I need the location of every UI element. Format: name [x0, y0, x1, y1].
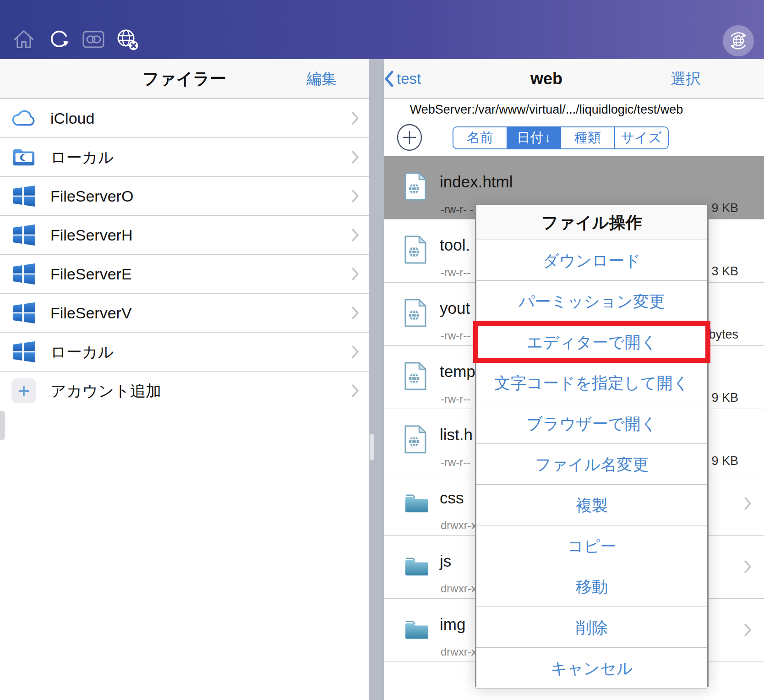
account-item-label: FileServerH: [50, 216, 132, 254]
file-name: yout: [440, 299, 470, 317]
file-name: tool.: [440, 236, 470, 254]
globe-sync-button[interactable]: [723, 25, 754, 56]
file-size: bytes: [709, 328, 738, 342]
windows-server-icon: [11, 183, 37, 209]
menu-item-cancel[interactable]: キャンセル: [476, 648, 707, 689]
globe-sync-icon: [725, 27, 752, 55]
folder-title: web: [384, 59, 709, 98]
menu-item-move[interactable]: 移動: [476, 566, 707, 607]
file-size: 9 KB: [711, 391, 738, 405]
sort-by-date-button[interactable]: 日付↓: [508, 127, 562, 148]
file-operations-dialog: ファイル操作 ダウンロード パーミッション変更 エディターで開く 文字コードを指…: [475, 204, 709, 687]
account-item-label: FileServerE: [50, 255, 132, 293]
folder-permissions: drwxr-x: [441, 582, 477, 595]
dialog-title: ファイル操作: [476, 205, 707, 240]
sort-descending-arrow-icon: ↓: [545, 131, 551, 145]
folder-name: css: [440, 489, 464, 507]
account-item-label: ローカル: [50, 333, 114, 371]
account-item-fileserver-v[interactable]: FileServerV: [0, 294, 369, 333]
chevron-right-icon: [744, 560, 752, 575]
menu-item-open-in-browser[interactable]: ブラウザーで開く: [476, 403, 707, 444]
folder-icon: [404, 492, 430, 515]
browser-nav-bar: test web 選択: [384, 59, 764, 99]
chevron-right-icon: [351, 345, 360, 361]
sort-by-type-button[interactable]: 種類: [561, 127, 615, 148]
chevron-right-icon: [351, 111, 360, 127]
menu-item-change-permission[interactable]: パーミッション変更: [476, 281, 707, 322]
account-item-fileserver-e[interactable]: FileServerE: [0, 255, 369, 294]
file-name: index.html: [440, 173, 513, 191]
home-icon[interactable]: [12, 27, 36, 51]
file-permissions: -rw-r- -: [441, 203, 474, 216]
add-account-item[interactable]: + アカウント追加: [0, 372, 369, 410]
menu-item-open-with-encoding[interactable]: 文字コードを指定して開く: [476, 362, 707, 403]
edit-button[interactable]: 編集: [306, 59, 337, 98]
menu-item-rename[interactable]: ファイル名変更: [476, 444, 707, 485]
sort-segmented-control: 名前 日付↓ 種類 サイズ: [453, 126, 669, 149]
link-icon[interactable]: [82, 27, 105, 51]
add-file-button[interactable]: [396, 124, 423, 151]
plus-circle-icon: [396, 124, 423, 151]
globe-disconnect-icon[interactable]: [115, 27, 139, 51]
chevron-right-icon: [351, 150, 360, 166]
menu-item-download[interactable]: ダウンロード: [476, 240, 707, 281]
html-file-icon: [404, 235, 427, 266]
chevron-right-icon: [744, 497, 752, 512]
accounts-nav-bar: ファイラー 編集: [0, 59, 369, 99]
local-folder-icon: [11, 144, 37, 170]
reload-icon[interactable]: [48, 27, 71, 51]
list-toolbar: 名前 日付↓ 種類 サイズ: [384, 122, 764, 157]
select-button[interactable]: 選択: [671, 59, 701, 98]
file-name: list.h: [440, 426, 473, 444]
file-size: 9 KB: [711, 454, 738, 468]
folder-icon: [404, 619, 430, 642]
windows-server-icon: [11, 339, 37, 365]
slideover-grabber[interactable]: [0, 411, 5, 440]
folder-permissions: drwxr-x: [441, 519, 477, 532]
html-file-icon: [404, 361, 427, 393]
menu-item-delete[interactable]: 削除: [476, 607, 707, 648]
windows-server-icon: [11, 222, 37, 248]
chevron-right-icon: [351, 267, 360, 283]
account-item-local[interactable]: ローカル: [0, 138, 369, 177]
accounts-panel: ファイラー 編集 iCloud ローカル: [0, 59, 369, 700]
menu-item-copy[interactable]: コピー: [476, 525, 707, 566]
menu-item-duplicate[interactable]: 複製: [476, 485, 707, 525]
file-permissions: -rw-r--: [441, 329, 470, 342]
account-item-fileserver-h[interactable]: FileServerH: [0, 216, 369, 255]
account-item-fileserver-o[interactable]: FileServerO: [0, 177, 369, 216]
html-file-icon: [404, 172, 427, 203]
icloud-cloud-icon: [11, 105, 37, 131]
file-permissions: -rw-r--: [441, 456, 470, 469]
file-permissions: -rw-r--: [441, 393, 470, 405]
split-divider[interactable]: [369, 59, 384, 700]
split-drag-handle[interactable]: [370, 434, 374, 460]
top-toolbar: [0, 0, 764, 59]
plus-icon: +: [11, 378, 37, 404]
chevron-right-icon: [744, 623, 752, 639]
account-item-label: FileServerO: [50, 177, 133, 215]
file-name: temp: [440, 362, 475, 381]
html-file-icon: [404, 298, 427, 329]
sort-by-name-button[interactable]: 名前: [453, 127, 508, 148]
chevron-right-icon: [351, 306, 360, 322]
account-item-local-2[interactable]: ローカル: [0, 333, 369, 372]
folder-permissions: drwxr-x: [441, 645, 477, 658]
file-size: 9 KB: [711, 201, 738, 215]
account-item-label: ローカル: [50, 138, 114, 176]
menu-item-open-in-editor[interactable]: エディターで開く: [476, 322, 707, 362]
account-item-label: アカウント追加: [50, 372, 161, 410]
sort-by-size-button[interactable]: サイズ: [615, 127, 668, 148]
folder-name: img: [440, 615, 465, 634]
windows-server-icon: [11, 261, 37, 287]
account-item-icloud[interactable]: iCloud: [0, 99, 369, 138]
account-item-label: iCloud: [50, 99, 94, 137]
current-path: WebServer:/var/www/virtual/.../liquidlog…: [384, 103, 709, 117]
chevron-right-icon: [351, 189, 360, 205]
folder-name: js: [440, 552, 451, 570]
windows-server-icon: [11, 300, 37, 326]
file-size: 3 KB: [711, 264, 738, 279]
folder-icon: [404, 556, 430, 579]
html-file-icon: [404, 425, 427, 456]
path-bar: WebServer:/var/www/virtual/.../liquidlog…: [384, 99, 764, 122]
